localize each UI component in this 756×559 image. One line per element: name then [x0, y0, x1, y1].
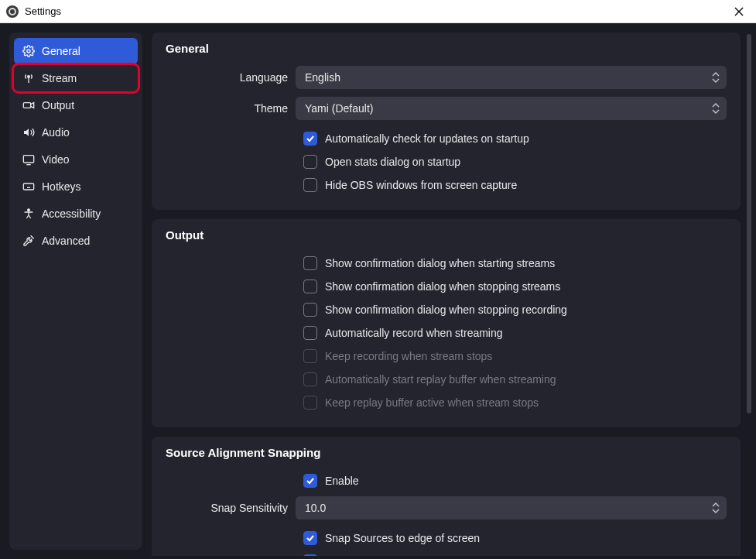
sidebar: GeneralStreamOutputAudioVideoHotkeysAcce…	[9, 33, 142, 550]
check-row: Keep replay buffer active when stream st…	[166, 392, 727, 413]
sidebar-item-video[interactable]: Video	[14, 146, 138, 173]
content-scroll: General Language English	[152, 33, 745, 556]
sidebar-item-advanced[interactable]: Advanced	[14, 228, 138, 254]
sidebar-item-audio[interactable]: Audio	[14, 119, 138, 146]
check-row: Snap Sources to edge of screen	[166, 527, 727, 549]
scrollbar-track	[747, 34, 751, 547]
check-row: Automatically record when streaming	[166, 322, 727, 344]
check-label: Keep recording when stream stops	[325, 350, 492, 362]
spinner-icon	[710, 69, 722, 86]
check-label: Automatically check for updates on start…	[325, 132, 529, 145]
spinner-icon	[710, 499, 722, 516]
keyboard-icon	[22, 180, 36, 194]
accessibility-icon	[22, 207, 36, 221]
check-label: Open stats dialog on startup	[325, 156, 460, 168]
check-label: Automatically record when streaming	[325, 327, 503, 339]
check-row: Show confirmation dialog when starting s…	[166, 252, 727, 274]
sidebar-item-accessibility[interactable]: Accessibility	[14, 201, 138, 227]
app-body: GeneralStreamOutputAudioVideoHotkeysAcce…	[0, 23, 756, 559]
antenna-icon	[22, 71, 36, 85]
close-button[interactable]	[728, 1, 750, 22]
sidebar-item-hotkeys[interactable]: Hotkeys	[14, 173, 138, 200]
monitor-icon	[22, 153, 36, 166]
checkbox	[303, 396, 317, 410]
tools-icon	[22, 234, 36, 248]
sidebar-item-label: General	[42, 45, 80, 57]
sidebar-item-label: Hotkeys	[42, 180, 81, 193]
check-label: Show confirmation dialog when starting s…	[325, 257, 555, 269]
content-area: General Language English	[152, 33, 753, 556]
sidebar-item-general[interactable]: General	[14, 38, 138, 64]
check-label: Snap Sources to edge of screen	[325, 532, 480, 544]
checkbox[interactable]	[303, 132, 317, 146]
sidebar-item-label: Audio	[42, 126, 70, 139]
check-label: Keep replay buffer active when stream st…	[325, 396, 539, 409]
checkbox[interactable]	[303, 155, 317, 169]
language-value: English	[305, 71, 340, 84]
speaker-icon	[22, 125, 36, 139]
svg-rect-3	[23, 156, 33, 163]
sidebar-item-label: Accessibility	[42, 207, 101, 220]
checkbox[interactable]	[303, 256, 317, 270]
panel-output: Output Show confirmation dialog when sta…	[152, 219, 741, 427]
panel-snapping: Source Alignment Snapping Enable Snap Se…	[152, 437, 741, 556]
check-label: Show confirmation dialog when stopping r…	[325, 304, 567, 316]
check-row: Automatically check for updates on start…	[166, 128, 727, 149]
checkbox[interactable]	[303, 474, 317, 488]
row-snap-enable: Enable	[166, 470, 727, 492]
spinner-icon	[710, 100, 722, 117]
check-row: Snap Sources to other sources	[166, 550, 727, 556]
panel-general-title: General	[166, 42, 727, 55]
language-label: Language	[166, 71, 296, 84]
panel-snapping-title: Source Alignment Snapping	[166, 446, 727, 459]
theme-value: Yami (Default)	[305, 102, 373, 115]
sidebar-item-label: Output	[42, 99, 74, 111]
sidebar-item-output[interactable]: Output	[14, 92, 138, 118]
check-row: Open stats dialog on startup	[166, 151, 727, 173]
snap-sensitivity-label: Snap Sensitivity	[166, 502, 296, 514]
window-title: Settings	[25, 5, 61, 17]
checkbox[interactable]	[303, 303, 317, 317]
check-row: Automatically start replay buffer when s…	[166, 369, 727, 390]
checkbox[interactable]	[303, 554, 317, 556]
titlebar: Settings	[0, 0, 756, 23]
check-label: Hide OBS windows from screen capture	[325, 179, 517, 191]
sidebar-item-label: Video	[42, 153, 70, 166]
row-snap-sensitivity: Snap Sensitivity 10.0	[166, 496, 727, 520]
app-icon	[6, 5, 19, 18]
checkbox	[303, 372, 317, 386]
svg-point-5	[28, 209, 30, 211]
svg-point-1	[28, 76, 30, 78]
check-row: Show confirmation dialog when stopping r…	[166, 299, 727, 321]
check-label: Automatically start replay buffer when s…	[325, 373, 556, 386]
checkbox	[303, 349, 317, 363]
sidebar-item-label: Advanced	[42, 235, 90, 247]
check-row: Keep recording when stream stops	[166, 345, 727, 367]
svg-rect-2	[23, 103, 30, 108]
row-theme: Theme Yami (Default)	[166, 97, 727, 120]
language-select[interactable]: English	[296, 66, 727, 89]
checkbox[interactable]	[303, 178, 317, 192]
panel-output-title: Output	[166, 228, 727, 242]
checkbox[interactable]	[303, 326, 317, 340]
scrollbar-thumb[interactable]	[747, 34, 751, 413]
check-row: Hide OBS windows from screen capture	[166, 174, 727, 196]
sidebar-item-label: Stream	[42, 72, 77, 84]
checkbox[interactable]	[303, 280, 317, 293]
sidebar-item-stream[interactable]: Stream	[14, 65, 138, 91]
check-row: Show confirmation dialog when stopping s…	[166, 276, 727, 297]
svg-rect-4	[23, 183, 33, 190]
gear-icon	[22, 44, 36, 58]
theme-select[interactable]: Yami (Default)	[296, 97, 727, 120]
scrollbar[interactable]	[745, 33, 753, 556]
snap-sensitivity-input[interactable]: 10.0	[296, 496, 727, 520]
theme-label: Theme	[166, 102, 296, 115]
snap-sensitivity-value: 10.0	[305, 502, 326, 514]
panel-general: General Language English	[152, 33, 741, 210]
check-label: Show confirmation dialog when stopping s…	[325, 280, 560, 293]
check-label: Snap Sources to other sources	[325, 555, 474, 556]
snap-enable-label: Enable	[325, 475, 359, 487]
svg-point-0	[27, 50, 30, 53]
row-language: Language English	[166, 66, 727, 89]
checkbox[interactable]	[303, 531, 317, 545]
